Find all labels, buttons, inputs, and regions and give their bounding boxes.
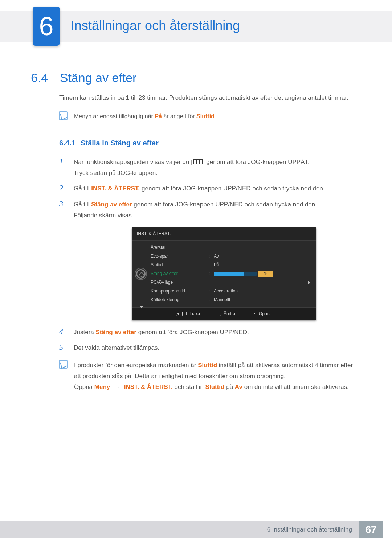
osd-value: Av [214, 253, 310, 260]
steps-list: 1 När funktionsknappsguiden visas väljer… [59, 157, 360, 221]
step-2: 2 Gå till INST. & ÅTERST. genom att föra… [59, 183, 360, 194]
step-4: 4 Justera Stäng av efter genom att föra … [59, 327, 360, 338]
body: Timern kan ställas in på 1 till 23 timma… [59, 93, 360, 392]
step-marker: 1 [59, 157, 67, 178]
banner-left [0, 11, 33, 42]
osd-row: Källdetektering : Manuellt [151, 296, 310, 304]
step-1: 1 När funktionsknappsguiden visas väljer… [59, 157, 360, 178]
osd-label: Eco-spar [151, 253, 209, 260]
note-2-text: I produkter för den europeiska marknaden… [74, 360, 360, 392]
back-icon [176, 312, 183, 316]
step-marker: 2 [59, 183, 67, 194]
osd-back-label: Tillbaka [185, 310, 200, 318]
osd-change-hint: Ändra [215, 310, 235, 318]
slider-bar [214, 272, 257, 276]
subsection-title: Ställa in Stäng av efter [81, 139, 159, 147]
chapter-number: 6 [39, 13, 53, 39]
osd-label: Stäng av efter [151, 270, 209, 278]
note-1: Menyn är endast tillgänglig när På är an… [59, 111, 360, 122]
note-1-text: Menyn är endast tillgänglig när På är an… [74, 111, 360, 122]
osd-open-hint: Öppna [250, 310, 272, 318]
section-title: Stäng av efter [60, 71, 137, 85]
open-icon [250, 312, 256, 316]
osd-label: PC/AV-läge [151, 279, 209, 286]
osd-value: 4h [214, 270, 310, 278]
note-2: I produkter för den europeiska marknaden… [59, 360, 360, 392]
step-1-text: När funktionsknappsguiden visas väljer d… [74, 157, 360, 178]
osd-row: Återställ [151, 243, 310, 252]
osd-value: Manuellt [214, 296, 310, 304]
step-5-text: Det valda alternativet tillämpas. [74, 342, 360, 353]
section-heading: 6.4 Stäng av efter [31, 71, 136, 85]
step-marker: 3 [59, 199, 67, 221]
footer-breadcrumb: 6 Inställningar och återställning [33, 521, 359, 538]
subsection-number: 6.4.1 [59, 139, 75, 147]
chevron-down-icon [140, 306, 143, 308]
osd-label: Källdetektering [151, 296, 209, 304]
osd-panel: INST. & ÅTERST. Återställ Eco-spar : Av [132, 227, 316, 320]
osd-back-hint: Tillbaka [176, 310, 200, 318]
osd-body: Återställ Eco-spar : Av Sluttid : På [132, 241, 316, 307]
intro-text: Timern kan ställas in på 1 till 23 timma… [59, 93, 360, 103]
step-marker: 5 [59, 342, 67, 353]
osd-footer: Tillbaka Ändra Öppna [132, 307, 316, 320]
slider-value: 4h [258, 271, 273, 277]
subsection-heading: 6.4.1 Ställa in Stäng av efter [59, 137, 360, 149]
osd-label: Sluttid [151, 261, 209, 269]
note-icon [59, 111, 68, 120]
osd-row: PC/AV-läge [151, 278, 310, 287]
osd-title: INST. & ÅTERST. [132, 227, 316, 241]
osd-screenshot: INST. & ÅTERST. Återställ Eco-spar : Av [132, 227, 360, 320]
osd-open-label: Öppna [259, 310, 272, 318]
arrow-right-icon: → [114, 382, 120, 393]
chapter-banner: 6 Inställningar och återställning [0, 11, 392, 42]
steps-list-cont: 4 Justera Stäng av efter genom att föra … [59, 327, 360, 354]
section-number: 6.4 [31, 71, 48, 85]
footer-text: 6 Inställningar och återställning [267, 526, 352, 533]
page-number: 67 [359, 521, 383, 538]
step-2-text: Gå till INST. & ÅTERST. genom att föra J… [74, 183, 360, 194]
step-4-text: Justera Stäng av efter genom att föra JO… [74, 327, 360, 338]
chevron-right-icon [308, 281, 310, 284]
footer-left [0, 521, 33, 538]
change-icon [215, 312, 221, 316]
note-icon [59, 360, 68, 369]
chapter-number-tab: 6 [33, 7, 60, 46]
osd-value: Acceleration [214, 287, 310, 295]
step-3: 3 Gå till Stäng av efter genom att föra … [59, 199, 360, 221]
chapter-title: Inställningar och återställning [71, 18, 240, 33]
osd-label: Knappupprepn.tid [151, 287, 209, 295]
osd-row-selected: Stäng av efter : 4h [151, 270, 310, 278]
osd-row: Eco-spar : Av [151, 252, 310, 261]
gear-icon [136, 269, 146, 279]
osd-value: På [214, 261, 310, 269]
osd-change-label: Ändra [224, 310, 235, 318]
step-5: 5 Det valda alternativet tillämpas. [59, 342, 360, 353]
osd-row: Knappupprepn.tid : Acceleration [151, 287, 310, 296]
osd-label: Återställ [151, 244, 209, 251]
page-footer: 6 Inställningar och återställning 67 [0, 521, 392, 538]
osd-row: Sluttid : På [151, 261, 310, 270]
menu-icon [193, 159, 203, 164]
slider: 4h [214, 271, 275, 277]
step-marker: 4 [59, 327, 67, 338]
step-3-text: Gå till Stäng av efter genom att föra JO… [74, 199, 360, 221]
